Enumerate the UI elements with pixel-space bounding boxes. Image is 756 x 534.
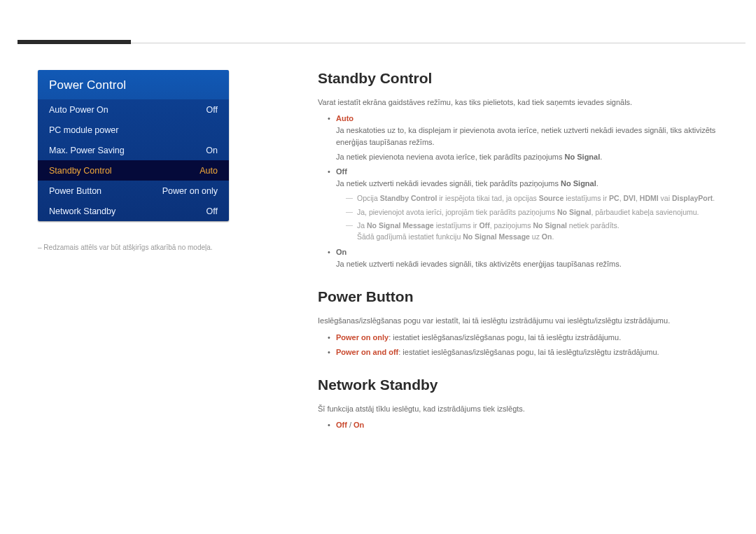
menu-label: Auto Power On <box>49 105 108 115</box>
list-item: Power on and off: iestatiet ieslēgšanas/… <box>336 346 736 358</box>
option-name: Off <box>336 421 347 429</box>
menu-label: Standby Control <box>49 166 112 176</box>
menu-label: Max. Power Saving <box>49 146 125 155</box>
horizontal-rule-accent <box>18 40 131 44</box>
section-standby-control: Standby Control Varat iestatīt ekrāna ga… <box>318 70 736 270</box>
section-network-standby: Network Standby Šī funkcija atstāj tīklu… <box>318 377 736 431</box>
heading: Network Standby <box>318 377 736 393</box>
option-name: On <box>336 248 346 256</box>
menu-row-auto-power-on[interactable]: Auto Power On Off <box>38 99 229 120</box>
option-name: Auto <box>336 114 354 122</box>
menu-title: Power Control <box>38 70 229 99</box>
menu-label: PC module power <box>49 125 118 135</box>
list-item: Power on only: iestatiet ieslēgšanas/izs… <box>336 332 736 344</box>
menu-label: Power Button <box>49 186 102 196</box>
menu-value: Auto <box>200 166 218 176</box>
list-item: Off Ja netiek uztverti nekādi ievades si… <box>336 166 736 242</box>
note-item: Opcija Standby Control ir iespējota tika… <box>349 192 736 204</box>
option-name: Power on and off <box>336 348 398 356</box>
note-item: Ja, pievienojot avota ierīci, joprojām t… <box>349 206 736 218</box>
list-item: Off / On <box>336 419 736 431</box>
heading: Power Button <box>318 288 736 305</box>
menu-row-max-power-saving[interactable]: Max. Power Saving On <box>38 140 229 160</box>
menu-label: Network Standby <box>49 206 115 216</box>
list-item: Auto Ja neskatoties uz to, ka displejam … <box>336 113 736 163</box>
menu-value: Off <box>206 105 218 115</box>
menu-value: Power on only <box>162 186 218 196</box>
menu-value: Off <box>206 206 218 216</box>
paragraph: Ja netiek uztverti nekādi ievades signāl… <box>336 178 736 190</box>
menu-row-network-standby[interactable]: Network Standby Off <box>38 201 229 221</box>
menu-panel: Power Control Auto Power On Off PC modul… <box>38 70 229 221</box>
list-item: On Ja netiek uztverti nekādi ievades sig… <box>336 246 736 270</box>
menu-row-pc-module-power[interactable]: PC module power <box>38 120 229 140</box>
paragraph: Šī funkcija atstāj tīklu ieslēgtu, kad i… <box>318 403 736 415</box>
image-caption: Redzamais attēls var būt atšķirīgs atkar… <box>38 244 213 251</box>
note-item: Ja No Signal Message iestatījums ir Off,… <box>349 220 736 243</box>
option-name: Power on only <box>336 333 388 342</box>
paragraph: Ja netiek pievienota neviena avota ierīc… <box>336 151 736 163</box>
paragraph: Ja netiek uztverti nekādi ievades signāl… <box>336 258 736 270</box>
section-power-button: Power Button Ieslēgšanas/izslēgšanas pog… <box>318 288 736 358</box>
heading: Standby Control <box>318 70 736 87</box>
option-name: Off <box>336 167 347 176</box>
menu-row-power-button[interactable]: Power Button Power on only <box>38 181 229 201</box>
paragraph: Ja neskatoties uz to, ka displejam ir pi… <box>336 125 736 148</box>
menu-row-standby-control[interactable]: Standby Control Auto <box>38 160 229 181</box>
paragraph: Varat iestatīt ekrāna gaidstāves režīmu,… <box>318 97 736 108</box>
content-column: Standby Control Varat iestatīt ekrāna ga… <box>318 70 736 435</box>
paragraph: Ieslēgšanas/izslēgšanas pogu var iestatī… <box>318 315 736 327</box>
menu-value: On <box>206 146 218 155</box>
menu-body: Auto Power On Off PC module power Max. P… <box>38 99 229 221</box>
option-name: On <box>354 421 364 429</box>
